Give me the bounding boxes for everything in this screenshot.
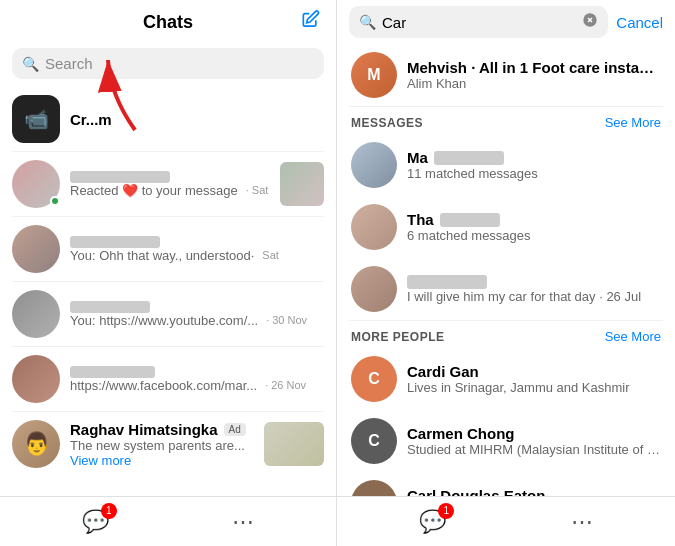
result-name: Carl Douglas Eaton [407, 487, 661, 496]
list-item[interactable]: Tha 6 matched messages [337, 196, 675, 258]
chat-name-blurred [70, 171, 170, 183]
left-header: Chats [0, 0, 336, 44]
avatar-emoji: 👨 [23, 431, 50, 457]
chat-message: https://www.facebook.com/mar... [70, 378, 257, 393]
result-sub: Alim Khan [407, 76, 661, 91]
avatar [351, 204, 397, 250]
chat-list: 📹 Cr...m Reacted ❤️ to your message · Sa… [0, 87, 336, 496]
result-name: Carmen Chong [407, 425, 661, 442]
chat-message: You: https://www.youtube.com/... [70, 313, 258, 328]
list-item[interactable]: C Carl Douglas Eaton Went to Jumpertown … [337, 472, 675, 496]
chats-nav-item[interactable]: 💬 1 [82, 509, 109, 535]
chat-name-blurred [70, 301, 150, 313]
chat-time: · Sat [246, 184, 269, 196]
avatar [12, 290, 60, 338]
chat-message: You: Ohh that way., understood· [70, 248, 254, 263]
right-search-bar[interactable]: 🔍 [349, 6, 608, 38]
result-sub: 11 matched messages [407, 166, 661, 181]
avatar [351, 142, 397, 188]
right-chats-badge: 1 [438, 503, 454, 519]
list-item[interactable]: You: https://www.youtube.com/... · 30 No… [0, 282, 336, 346]
search-icon: 🔍 [22, 56, 39, 72]
search-input[interactable] [382, 14, 576, 31]
result-name-blurred [440, 213, 500, 227]
people-section-header: MORE PEOPLE See More [337, 321, 675, 348]
avatar [12, 225, 60, 273]
result-content: Ma 11 matched messages [407, 149, 661, 181]
list-item[interactable]: C Cardi Gan Lives in Srinagar, Jammu and… [337, 348, 675, 410]
chat-name-blurred [70, 236, 160, 248]
more-nav-item[interactable]: ⋯ [232, 509, 254, 535]
chat-thumbnail [280, 162, 324, 206]
list-item[interactable]: Ma 11 matched messages [337, 134, 675, 196]
right-chats-nav[interactable]: 💬 1 [419, 509, 446, 535]
result-content: Mehvish · All in 1 Foot care instant... … [407, 59, 661, 91]
result-name-blurred [434, 151, 504, 165]
result-content: Carmen Chong Studied at MIHRM (Malaysian… [407, 425, 661, 457]
avatar: C [351, 418, 397, 464]
online-indicator [50, 196, 60, 206]
search-placeholder: Search [45, 55, 93, 72]
list-item[interactable]: M Mehvish · All in 1 Foot care instant..… [337, 44, 675, 106]
result-content: Carl Douglas Eaton Went to Jumpertown Hi… [407, 487, 661, 496]
right-more-icon[interactable]: ⋯ [571, 509, 593, 535]
chats-title: Chats [143, 12, 193, 33]
result-content: I will give him my car for that day · 26… [407, 275, 661, 304]
list-item[interactable]: 📹 Cr...m [0, 87, 336, 151]
chat-time: Sat [262, 249, 279, 261]
list-item[interactable]: C Carmen Chong Studied at MIHRM (Malaysi… [337, 410, 675, 472]
list-item[interactable]: Reacted ❤️ to your message · Sat [0, 152, 336, 216]
list-item[interactable]: I will give him my car for that day · 26… [337, 258, 675, 320]
search-icon: 🔍 [359, 14, 376, 30]
messages-section-header: MESSAGES See More [337, 107, 675, 134]
messages-label: MESSAGES [351, 116, 423, 130]
result-content: Tha 6 matched messages [407, 211, 661, 243]
chat-name: Raghav Himatsingka [70, 421, 218, 438]
chat-content: https://www.facebook.com/mar... · 26 Nov [70, 366, 324, 393]
bottom-nav: 💬 1 ⋯ [0, 496, 336, 546]
result-name: Cardi Gan [407, 363, 661, 380]
messages-see-more-button[interactable]: See More [605, 115, 661, 130]
left-panel: Chats 🔍 Search 📹 Cr...m [0, 0, 337, 546]
right-panel: 🔍 Cancel M Mehvish · All in 1 Foot care … [337, 0, 675, 546]
video-icon: 📹 [24, 107, 49, 131]
avatar: M [351, 52, 397, 98]
list-item[interactable]: 👨 Raghav Himatsingka Ad The new system p… [0, 412, 336, 476]
chat-content: You: Ohh that way., understood· Sat [70, 236, 324, 263]
chat-time: · 30 Nov [266, 314, 307, 326]
avatar: C [351, 356, 397, 402]
avatar: C [351, 480, 397, 496]
view-more-link[interactable]: View more [70, 453, 254, 468]
right-header: 🔍 Cancel [337, 0, 675, 44]
result-name-prefix: Ma [407, 149, 428, 166]
result-sub: 6 matched messages [407, 228, 661, 243]
chat-content: Cr...m [70, 111, 324, 128]
result-sub: I will give him my car for that day · 26… [407, 289, 661, 304]
chat-content: You: https://www.youtube.com/... · 30 No… [70, 301, 324, 328]
right-bottom-nav: 💬 1 ⋯ [337, 496, 675, 546]
more-nav-icon: ⋯ [232, 509, 254, 534]
result-sub: Lives in Srinagar, Jammu and Kashmir [407, 380, 661, 395]
list-item[interactable]: https://www.facebook.com/mar... · 26 Nov [0, 347, 336, 411]
chat-content: Raghav Himatsingka Ad The new system par… [70, 421, 254, 468]
list-item[interactable]: You: Ohh that way., understood· Sat [0, 217, 336, 281]
result-sub: Studied at MIHRM (Malaysian Institute of… [407, 442, 661, 457]
cancel-button[interactable]: Cancel [616, 14, 663, 31]
result-content: Cardi Gan Lives in Srinagar, Jammu and K… [407, 363, 661, 395]
result-name-blurred [407, 275, 487, 289]
chat-message: Reacted ❤️ to your message [70, 183, 238, 198]
avatar: 📹 [12, 95, 60, 143]
clear-search-button[interactable] [582, 12, 598, 32]
chat-name-blurred [70, 366, 155, 378]
people-see-more-button[interactable]: See More [605, 329, 661, 344]
chat-time: · 26 Nov [265, 379, 306, 391]
result-name-prefix: Tha [407, 211, 434, 228]
search-bar[interactable]: 🔍 Search [12, 48, 324, 79]
chat-name: Cr...m [70, 111, 324, 128]
chat-thumbnail [264, 422, 324, 466]
people-label: MORE PEOPLE [351, 330, 445, 344]
chats-badge: 1 [101, 503, 117, 519]
edit-icon[interactable] [300, 10, 320, 35]
avatar: 👨 [12, 420, 60, 468]
avatar [351, 266, 397, 312]
